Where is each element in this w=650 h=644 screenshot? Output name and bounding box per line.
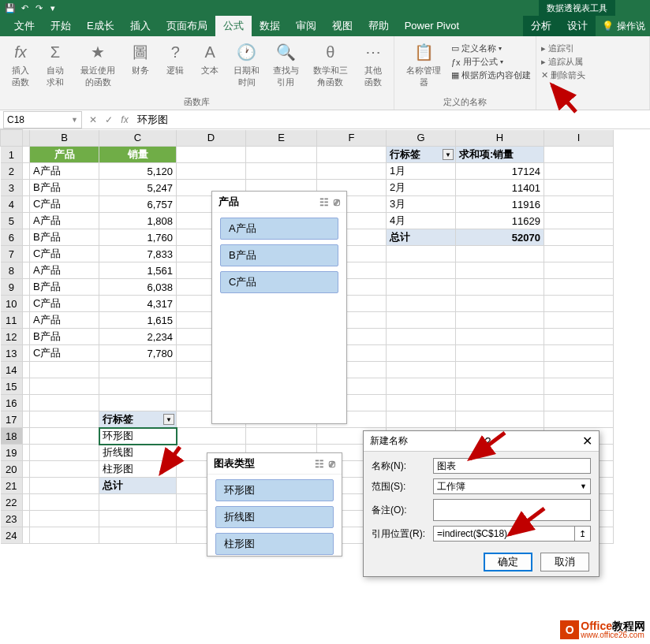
- name-input[interactable]: [433, 458, 591, 474]
- comment-textarea[interactable]: [433, 499, 591, 521]
- chevron-down-icon: ▾: [500, 58, 503, 65]
- autosum-button[interactable]: Σ自动求和: [39, 39, 71, 90]
- slicer-item[interactable]: A产品: [220, 218, 338, 240]
- multi-select-icon[interactable]: ☷: [319, 196, 329, 208]
- col-header[interactable]: I: [544, 130, 614, 147]
- clock-icon: 🕐: [236, 41, 258, 63]
- cell[interactable]: 销量: [99, 147, 177, 163]
- slicer-item[interactable]: 折线图: [215, 506, 334, 528]
- comment-label: 备注(O):: [372, 504, 427, 517]
- refers-label: 引用位置(R):: [372, 527, 427, 541]
- recent-button[interactable]: ★最近使用的函数: [74, 39, 121, 90]
- enter-icon[interactable]: ✓: [101, 112, 117, 128]
- slicer-title: 图表类型: [214, 456, 255, 471]
- filter-dropdown-icon[interactable]: ▼: [163, 414, 174, 425]
- create-icon: ▦: [451, 70, 459, 80]
- slicer-title: 产品: [219, 195, 239, 209]
- cell[interactable]: 行标签▼: [387, 147, 456, 163]
- undo-icon[interactable]: ↶: [17, 1, 32, 15]
- cell[interactable]: 求和项:销量: [456, 147, 544, 163]
- fx-icon: fx: [9, 41, 32, 63]
- col-header[interactable]: D: [177, 130, 246, 147]
- slicer-chart-type[interactable]: 图表类型 ☷⎚ 环形图 折线图 柱形图: [207, 452, 342, 557]
- text-icon: A: [199, 41, 221, 63]
- slicer-product[interactable]: 产品 ☷⎚ A产品 B产品 C产品: [211, 191, 347, 424]
- logo-icon: O: [560, 620, 579, 639]
- cancel-button[interactable]: 取消: [540, 553, 589, 571]
- trace-precedents-button[interactable]: ▸ 追踪引: [541, 43, 644, 54]
- scope-select[interactable]: 工作簿▼: [433, 478, 591, 494]
- chevron-down-icon[interactable]: ▼: [71, 116, 78, 124]
- name-box[interactable]: C18▼: [3, 111, 82, 128]
- col-header[interactable]: F: [317, 130, 387, 147]
- tab-design[interactable]: 设计: [559, 16, 596, 36]
- tab-egrowth[interactable]: E成长: [79, 16, 122, 36]
- tab-powerpivot[interactable]: Power Pivot: [397, 16, 467, 36]
- ok-button[interactable]: 确定: [484, 553, 532, 571]
- slicer-item[interactable]: B产品: [220, 244, 338, 266]
- formula-input[interactable]: 环形图: [133, 113, 650, 127]
- chevron-down-icon: ▼: [580, 482, 587, 490]
- tell-me[interactable]: 操作说: [617, 20, 645, 33]
- text-button[interactable]: A文本: [194, 39, 226, 78]
- use-in-formula-button[interactable]: ƒx用于公式▾: [451, 56, 531, 68]
- lookup-button[interactable]: 🔍查找与引用: [268, 39, 304, 90]
- financial-button[interactable]: 圖财务: [125, 39, 156, 78]
- col-header[interactable]: [23, 130, 30, 147]
- pivot-tools-label: 数据透视表工具: [539, 0, 615, 16]
- tab-help[interactable]: 帮助: [360, 16, 397, 36]
- fn-library-label: 函数库: [5, 95, 389, 108]
- name-label: 名称(N):: [372, 460, 427, 473]
- col-header[interactable]: B: [30, 130, 99, 147]
- create-from-selection-button[interactable]: ▦根据所选内容创建: [451, 69, 531, 81]
- more-fn-button[interactable]: ⋯其他函数: [357, 39, 389, 90]
- math-button[interactable]: θ数学和三角函数: [307, 39, 354, 90]
- selected-cell[interactable]: 环形图: [99, 428, 177, 445]
- slicer-item[interactable]: 环形图: [215, 479, 334, 501]
- name-mgr-icon: 📋: [413, 41, 435, 63]
- clear-filter-icon[interactable]: ⎚: [334, 196, 340, 208]
- tab-insert[interactable]: 插入: [122, 16, 159, 36]
- help-icon[interactable]: ?: [485, 435, 491, 448]
- name-manager-button[interactable]: 📋名称管理器: [399, 39, 448, 90]
- slicer-item[interactable]: 柱形图: [215, 533, 334, 555]
- tab-formulas[interactable]: 公式: [215, 16, 252, 36]
- tab-analyze[interactable]: 分析: [523, 16, 559, 36]
- tab-review[interactable]: 审阅: [288, 16, 324, 36]
- cell[interactable]: 产品: [30, 147, 99, 163]
- dialog-title: 新建名称: [370, 434, 408, 448]
- trace-dependents-button[interactable]: ▸ 追踪从属: [541, 56, 644, 68]
- col-header[interactable]: C: [99, 130, 177, 147]
- lookup-icon: 🔍: [275, 41, 297, 63]
- slicer-item[interactable]: C产品: [220, 271, 338, 293]
- logical-button[interactable]: ?逻辑: [159, 39, 191, 78]
- select-all[interactable]: [1, 130, 23, 147]
- col-header[interactable]: E: [246, 130, 317, 147]
- tab-data[interactable]: 数据: [252, 16, 288, 36]
- refers-input[interactable]: [433, 526, 575, 542]
- filter-dropdown-icon[interactable]: ▼: [443, 149, 454, 160]
- col-header[interactable]: H: [456, 130, 544, 147]
- fx-icon[interactable]: fx: [117, 112, 133, 128]
- cancel-icon[interactable]: ✕: [85, 112, 101, 128]
- tab-page-layout[interactable]: 页面布局: [159, 16, 215, 36]
- tab-file[interactable]: 文件: [6, 16, 43, 36]
- redo-icon[interactable]: ↷: [32, 1, 46, 15]
- tab-home[interactable]: 开始: [43, 16, 79, 36]
- close-icon[interactable]: ✕: [582, 434, 592, 449]
- qat-more-icon[interactable]: ▾: [46, 1, 60, 15]
- remove-arrows-button[interactable]: ✕ 删除箭头: [541, 69, 644, 81]
- datetime-button[interactable]: 🕐日期和时间: [229, 39, 264, 90]
- watermark: O Office教程网 www.office26.com: [560, 620, 645, 639]
- define-name-button[interactable]: ▭定义名称▾: [451, 43, 531, 54]
- range-picker-icon[interactable]: ↥: [575, 526, 591, 542]
- insert-function-button[interactable]: fx插入函数: [5, 39, 36, 90]
- tab-view[interactable]: 视图: [324, 16, 360, 36]
- scope-label: 范围(S):: [372, 480, 427, 493]
- ribbon-tabs: 文件 开始 E成长 插入 页面布局 公式 数据 审阅 视图 帮助 Power P…: [0, 16, 650, 36]
- clear-filter-icon[interactable]: ⎚: [329, 458, 335, 470]
- col-header[interactable]: G: [387, 130, 456, 147]
- logic-icon: ?: [164, 41, 186, 63]
- save-icon[interactable]: 💾: [3, 1, 17, 15]
- multi-select-icon[interactable]: ☷: [315, 458, 324, 470]
